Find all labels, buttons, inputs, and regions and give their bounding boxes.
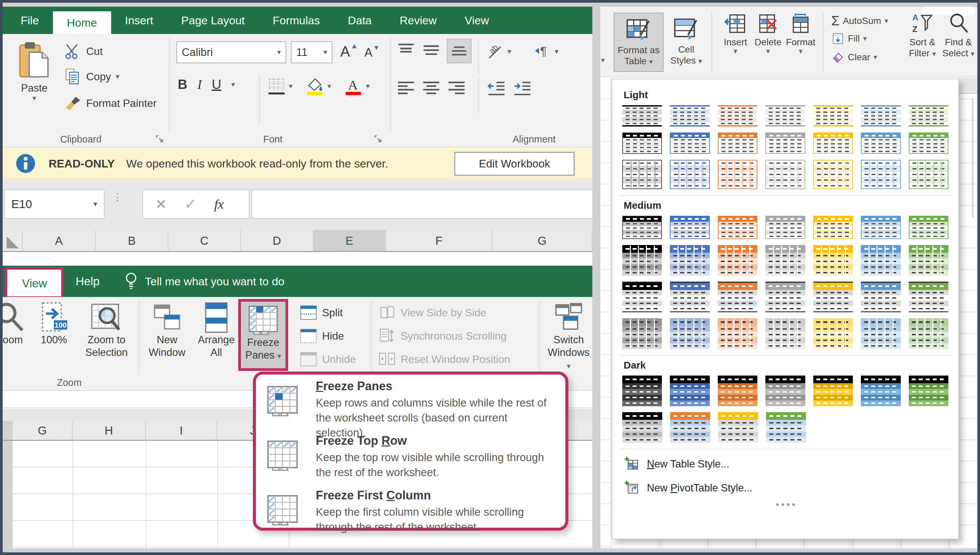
table-style-thumbnail[interactable] bbox=[670, 375, 710, 406]
tab-file[interactable]: File bbox=[6, 6, 53, 34]
font-dialog-launcher-icon[interactable] bbox=[373, 134, 383, 144]
table-style-thumbnail[interactable] bbox=[813, 105, 853, 127]
tab-home[interactable]: Home bbox=[53, 11, 111, 34]
increase-font-size-button[interactable]: A▲ bbox=[338, 40, 360, 63]
fill-color-button[interactable]: ▾ bbox=[305, 77, 331, 96]
column-header-F[interactable]: F bbox=[386, 230, 492, 251]
synchronous-scrolling-button[interactable]: Synchronous Scrolling bbox=[378, 327, 507, 344]
increase-indent-icon[interactable] bbox=[512, 79, 533, 99]
table-style-thumbnail[interactable] bbox=[718, 105, 758, 127]
new-table-style-item[interactable]: New Table Style... bbox=[624, 455, 948, 473]
table-style-thumbnail[interactable] bbox=[909, 318, 948, 349]
enter-icon[interactable]: ✓ bbox=[184, 195, 197, 213]
scrollbar[interactable] bbox=[972, 98, 974, 218]
table-style-thumbnail[interactable] bbox=[813, 133, 853, 154]
formula-input[interactable] bbox=[252, 189, 592, 219]
table-style-thumbnail[interactable] bbox=[909, 133, 948, 154]
column-header-A[interactable]: A bbox=[22, 230, 96, 251]
paste-button[interactable]: Paste ▾ bbox=[13, 40, 56, 102]
table-style-thumbnail[interactable] bbox=[861, 245, 900, 276]
column-header-G[interactable]: G bbox=[492, 230, 592, 251]
table-style-thumbnail[interactable] bbox=[622, 160, 662, 189]
table-style-thumbnail[interactable] bbox=[813, 375, 853, 406]
table-style-thumbnail[interactable] bbox=[861, 318, 900, 349]
table-style-thumbnail[interactable] bbox=[670, 160, 710, 189]
clipboard-dialog-launcher-icon[interactable] bbox=[155, 134, 165, 144]
align-left-icon[interactable] bbox=[396, 79, 416, 99]
table-style-thumbnail[interactable] bbox=[813, 318, 853, 349]
fill-button[interactable]: Fill ▾ bbox=[831, 32, 867, 45]
table-style-thumbnail[interactable] bbox=[909, 245, 948, 276]
borders-button[interactable]: ▾ bbox=[267, 77, 293, 96]
text-direction-button[interactable]: ¶ ▾ bbox=[534, 42, 558, 61]
table-style-thumbnail[interactable] bbox=[909, 105, 948, 127]
delete-cells-button[interactable]: Delete ▾ bbox=[753, 13, 783, 55]
cell-styles-button[interactable]: Cell Styles ▾ bbox=[666, 13, 706, 72]
align-right-icon[interactable] bbox=[447, 79, 466, 99]
bottom-align-icon[interactable] bbox=[447, 38, 472, 63]
orientation-button[interactable]: ab ▾ bbox=[486, 42, 511, 61]
middle-align-icon[interactable] bbox=[422, 41, 441, 61]
insert-function-icon[interactable]: fx bbox=[214, 196, 224, 212]
table-style-thumbnail[interactable] bbox=[622, 282, 662, 312]
table-style-thumbnail[interactable] bbox=[861, 133, 900, 154]
format-cells-button[interactable]: Format ▾ bbox=[785, 13, 816, 55]
reset-window-position-button[interactable]: Reset Window Position bbox=[378, 351, 510, 367]
tab-insert[interactable]: Insert bbox=[111, 6, 167, 34]
tell-me-box[interactable]: Tell me what you want to do bbox=[114, 266, 285, 297]
freeze-panes-button[interactable]: Freeze Panes ▾ bbox=[238, 299, 288, 371]
name-box-splitter[interactable]: ⋮ bbox=[112, 194, 115, 214]
select-all-corner[interactable] bbox=[3, 230, 22, 251]
name-box[interactable]: E10 ▾ bbox=[4, 189, 104, 219]
font-name-select[interactable]: Calibri ▾ bbox=[176, 41, 286, 63]
table-style-thumbnail[interactable] bbox=[765, 216, 805, 239]
table-style-thumbnail[interactable] bbox=[622, 375, 662, 406]
table-style-thumbnail[interactable] bbox=[622, 412, 662, 443]
cancel-icon[interactable]: ✕ bbox=[155, 196, 167, 212]
table-style-thumbnail[interactable] bbox=[765, 318, 805, 349]
new-window-button[interactable]: New Window bbox=[144, 302, 190, 359]
format-painter-button[interactable]: Format Painter bbox=[64, 95, 157, 112]
clear-button[interactable]: Clear ▾ bbox=[831, 51, 877, 64]
format-as-table-button[interactable]: Format as Table ▾ bbox=[614, 13, 663, 72]
zoom-100-button[interactable]: 100 100% bbox=[34, 302, 74, 346]
table-style-thumbnail[interactable] bbox=[765, 133, 805, 154]
table-style-thumbnail[interactable] bbox=[861, 375, 900, 406]
table-style-thumbnail[interactable] bbox=[622, 133, 662, 154]
column-header-D[interactable]: D bbox=[241, 230, 313, 251]
edit-workbook-button[interactable]: Edit Workbook bbox=[454, 152, 574, 175]
decrease-font-size-button[interactable]: A▼ bbox=[362, 42, 382, 63]
table-style-thumbnail[interactable] bbox=[718, 412, 758, 443]
table-style-thumbnail[interactable] bbox=[670, 216, 710, 239]
font-size-select[interactable]: 11 ▾ bbox=[291, 41, 333, 63]
table-style-thumbnail[interactable] bbox=[622, 216, 662, 239]
table-style-thumbnail[interactable] bbox=[813, 245, 853, 276]
table-style-thumbnail[interactable] bbox=[813, 160, 853, 189]
tab-review[interactable]: Review bbox=[386, 6, 451, 34]
tab-view[interactable]: View bbox=[451, 6, 503, 34]
find-select-button[interactable]: Find & Select ▾ bbox=[942, 13, 975, 59]
zoom-button[interactable]: Zoom bbox=[3, 302, 31, 346]
table-style-thumbnail[interactable] bbox=[766, 412, 806, 443]
tab-formulas[interactable]: Formulas bbox=[259, 6, 334, 34]
table-style-thumbnail[interactable] bbox=[813, 282, 853, 312]
table-style-thumbnail[interactable] bbox=[670, 282, 710, 312]
copy-button[interactable]: Copy ▾ bbox=[64, 68, 120, 85]
underline-button[interactable]: U bbox=[212, 77, 221, 92]
table-style-thumbnail[interactable] bbox=[670, 245, 710, 276]
autosum-button[interactable]: Σ AutoSum ▾ bbox=[831, 13, 888, 28]
new-pivottable-style-item[interactable]: New PivotTable Style... bbox=[624, 479, 948, 497]
table-style-thumbnail[interactable] bbox=[670, 318, 710, 349]
table-style-thumbnail[interactable] bbox=[718, 133, 758, 154]
table-style-thumbnail[interactable] bbox=[765, 160, 805, 189]
column-header-H[interactable]: H bbox=[72, 421, 146, 440]
switch-windows-button[interactable]: Switch Windows ▾ bbox=[545, 302, 592, 372]
unhide-button[interactable]: Unhide bbox=[299, 351, 356, 367]
freeze-menu-item[interactable]: Freeze First ColumnKeep the first column… bbox=[266, 488, 559, 534]
freeze-menu-item[interactable]: Freeze PanesKeep rows and columns visibl… bbox=[266, 379, 559, 440]
table-style-thumbnail[interactable] bbox=[670, 105, 710, 127]
resize-handle[interactable] bbox=[622, 504, 948, 506]
align-center-icon[interactable] bbox=[422, 79, 441, 99]
table-style-thumbnail[interactable] bbox=[765, 245, 805, 276]
table-style-thumbnail[interactable] bbox=[861, 282, 900, 312]
